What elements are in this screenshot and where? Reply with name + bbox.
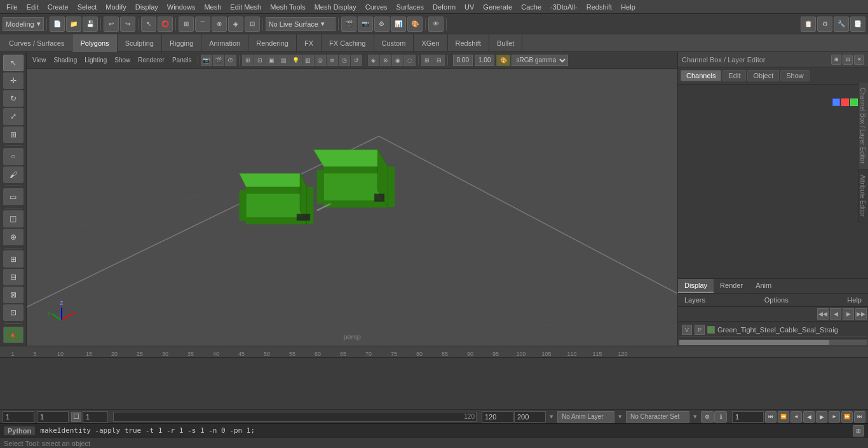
channel-box-tab-show[interactable]: Show xyxy=(780,70,810,81)
tab-curves-surfaces[interactable]: Curves / Surfaces xyxy=(1,34,72,52)
play-fwd-btn[interactable]: ▶ xyxy=(816,411,827,423)
menu-select[interactable]: Select xyxy=(74,2,101,12)
render-seq-btn[interactable]: 📊 xyxy=(391,17,406,32)
lasso-tool-btn[interactable]: ⭕ xyxy=(158,17,173,32)
outliner-btn[interactable]: 📑 xyxy=(850,17,865,32)
layer-tab-render[interactable]: Render xyxy=(714,279,749,293)
new-file-btn[interactable]: 📄 xyxy=(50,17,65,32)
tab-fx[interactable]: FX xyxy=(297,34,322,52)
field3-check[interactable]: ☐ xyxy=(71,412,81,422)
char-set-edit[interactable]: ⚙ xyxy=(701,411,714,423)
ipr-render-btn[interactable]: 📷 xyxy=(358,17,373,32)
attr-editor-btn[interactable]: ⚙ xyxy=(817,17,832,32)
menu-curves[interactable]: Curves xyxy=(362,2,391,12)
paint-sel-btn[interactable]: 🖌 xyxy=(3,166,24,183)
vp-texture-btn[interactable]: ▤ xyxy=(278,55,290,66)
quick-layout-2[interactable]: ⊟ xyxy=(3,269,24,285)
tab-fx-caching[interactable]: FX Caching xyxy=(322,34,374,52)
menu-display[interactable]: Display xyxy=(132,2,162,12)
layer-step-fwd-btn[interactable]: ▶ xyxy=(843,308,854,320)
layer-scrollbar[interactable] xyxy=(678,338,868,346)
menu-3dtoll[interactable]: -3DtoAll- xyxy=(546,2,581,12)
channel-box-tab-object[interactable]: Object xyxy=(747,70,779,81)
menu-help[interactable]: Help xyxy=(617,2,639,12)
quick-layout-1[interactable]: ⊞ xyxy=(3,250,24,267)
options-menu[interactable]: Options xyxy=(761,295,792,305)
soft-select-btn[interactable]: ○ xyxy=(3,148,24,165)
vp-anti-alias-btn[interactable]: ↺ xyxy=(351,55,362,66)
vp-poly-btn[interactable]: ◈ xyxy=(368,55,379,66)
snap-together-btn[interactable]: ⊕ xyxy=(3,229,24,245)
prev-frame-btn[interactable]: ◄ xyxy=(790,411,802,423)
channel-box-edge-tab[interactable]: Channel Box / Layer Editor xyxy=(858,83,868,170)
first-frame-btn[interactable]: ⏮ xyxy=(765,411,776,423)
next-frame-btn[interactable]: ► xyxy=(829,411,840,423)
scale-tool-btn[interactable]: ⤢ xyxy=(3,108,24,125)
layer-name[interactable]: Green_Tight_Steel_Cable_Seal_Straig xyxy=(717,326,864,334)
tab-rendering[interactable]: Rendering xyxy=(248,34,297,52)
panel-close-btn[interactable]: ✕ xyxy=(854,55,864,65)
snap-point-btn[interactable]: ⊕ xyxy=(212,17,227,32)
progress-bar[interactable]: 120 xyxy=(113,412,477,422)
current-frame-field[interactable]: 1 xyxy=(3,411,34,423)
layer-scroll-thumb[interactable] xyxy=(679,340,829,345)
menu-mesh[interactable]: Mesh xyxy=(200,2,225,12)
frame-counter[interactable]: 1 xyxy=(732,411,764,423)
frame-field-2[interactable]: 1 xyxy=(37,411,69,423)
channel-box-tab-edit[interactable]: Edit xyxy=(722,70,746,81)
quick-layout-3[interactable]: ⊠ xyxy=(3,287,24,303)
menu-create[interactable]: Create xyxy=(44,2,72,12)
hypershade-btn[interactable]: 🎨 xyxy=(407,17,423,32)
menu-edit-mesh[interactable]: Edit Mesh xyxy=(226,2,265,12)
menu-edit[interactable]: Edit xyxy=(23,2,43,12)
select-tool-btn[interactable]: ↖ xyxy=(141,17,156,32)
view-menu[interactable]: View xyxy=(29,55,50,65)
layer-tab-display[interactable]: Display xyxy=(678,279,714,293)
vp-smooth-btn[interactable]: ▣ xyxy=(266,55,278,66)
channel-box-btn[interactable]: 📋 xyxy=(801,17,816,32)
vp-xray-btn[interactable]: ◉ xyxy=(392,55,403,66)
live-surface-dropdown[interactable]: No Live Surface ▾ xyxy=(266,17,336,31)
render-btn[interactable]: 🎬 xyxy=(341,17,356,32)
viewport-canvas[interactable]: X Y Z persp xyxy=(27,69,677,346)
menu-windows[interactable]: Windows xyxy=(163,2,200,12)
timeline-ruler[interactable]: 1 5 10 15 20 25 30 35 40 45 50 55 60 65 … xyxy=(0,346,868,358)
tool-settings-btn[interactable]: 🔧 xyxy=(834,17,849,32)
select-tool-btn-left[interactable]: ↖ xyxy=(3,55,24,71)
help-menu[interactable]: Help xyxy=(843,295,865,305)
vp-light-btn[interactable]: 💡 xyxy=(290,55,302,66)
layer-playback-btn[interactable]: P xyxy=(695,325,705,335)
layer-step-back-btn[interactable]: ◀ xyxy=(830,308,841,320)
last-frame-btn[interactable]: ⏭ xyxy=(854,411,865,423)
tab-animation[interactable]: Animation xyxy=(201,34,248,52)
layer-scroll-track[interactable] xyxy=(679,340,867,345)
vp-depth-btn[interactable]: ◷ xyxy=(339,55,350,66)
save-file-btn[interactable]: 💾 xyxy=(83,17,98,32)
show-manip-btn[interactable]: ◫ xyxy=(3,210,24,227)
vp-film-btn[interactable]: 🎬 xyxy=(213,55,224,66)
menu-uv[interactable]: UV xyxy=(461,2,478,12)
menu-modify[interactable]: Modify xyxy=(102,2,130,12)
lighting-menu[interactable]: Lighting xyxy=(81,55,110,65)
anim-layer-dropdown[interactable]: No Anim Layer xyxy=(557,411,614,423)
snap-surface-btn[interactable]: ◈ xyxy=(228,17,243,32)
tab-redshift[interactable]: Redshift xyxy=(448,34,489,52)
total-frames-field[interactable]: 200 xyxy=(514,411,546,423)
menu-mesh-display[interactable]: Mesh Display xyxy=(311,2,360,12)
panels-menu[interactable]: Panels xyxy=(169,55,195,65)
snap-view-btn[interactable]: ⊡ xyxy=(245,17,260,32)
layers-menu[interactable]: Layers xyxy=(681,295,709,305)
color-profile-select[interactable]: sRGB gamma xyxy=(512,55,568,66)
play-back-btn[interactable]: ◀ xyxy=(803,411,815,423)
ruler-track[interactable]: 1 5 10 15 20 25 30 35 40 45 50 55 60 65 … xyxy=(0,346,868,357)
undo-btn[interactable]: ↩ xyxy=(104,17,119,32)
show-menu[interactable]: Show xyxy=(111,55,133,65)
python-expand-btn[interactable]: ⊞ xyxy=(853,425,864,437)
vp-sel-highlight[interactable]: ⊞ xyxy=(242,55,254,66)
layer-next-btn[interactable]: ▶▶ xyxy=(855,308,867,320)
tab-polygons[interactable]: Polygons xyxy=(72,34,117,52)
renderer-menu[interactable]: Renderer xyxy=(135,55,168,65)
vp-iso-btn[interactable]: ◌ xyxy=(404,55,416,66)
vp-wireframe-btn[interactable]: ⊡ xyxy=(254,55,266,66)
vp-camera-btn[interactable]: 📷 xyxy=(201,55,212,66)
